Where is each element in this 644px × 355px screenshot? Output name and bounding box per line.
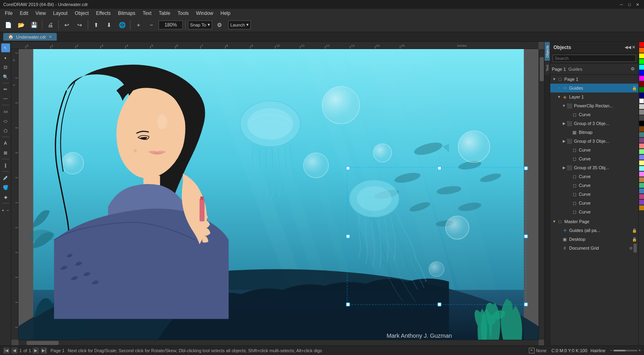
menu-edit[interactable]: Edit (17, 10, 31, 17)
new-button[interactable]: 📄 (2, 19, 14, 31)
menu-bitmaps[interactable]: Bitmaps (115, 10, 138, 17)
side-tab-text[interactable]: Text (545, 61, 550, 75)
minus-button[interactable]: − (6, 206, 10, 215)
palette-color-red[interactable] (639, 42, 644, 47)
tree-curve1[interactable]: ◻ Curve (550, 110, 638, 119)
palette-color-lightgreen[interactable] (639, 149, 644, 154)
menu-file[interactable]: File (2, 10, 16, 17)
palette-color-lightyellow[interactable] (639, 160, 644, 165)
crop-tool[interactable]: ⊡ (1, 63, 10, 72)
menu-layout[interactable]: Layout (50, 10, 71, 17)
objects-search-input[interactable] (553, 55, 636, 62)
parallel-tool[interactable]: ∥ (1, 161, 10, 170)
table-tool[interactable]: ⊞ (1, 148, 10, 157)
tree-powerclip[interactable]: ▼ ⬛ PowerClip Rectan... (550, 101, 638, 110)
tree-layer1[interactable]: ▼ ◈ Layer 1 (550, 92, 638, 101)
palette-color-purple[interactable] (639, 138, 644, 143)
menu-table[interactable]: Table (155, 10, 173, 17)
zoom-in-button[interactable]: + (133, 19, 144, 31)
freehand-tool[interactable]: ✏ (1, 85, 10, 94)
menu-help[interactable]: Help (217, 10, 234, 17)
vertical-scrollbar[interactable] (539, 49, 544, 340)
zoom-increase-icon[interactable]: + (638, 348, 641, 353)
palette-color-lightgray[interactable] (639, 104, 644, 109)
palette-color-darkred[interactable] (639, 82, 644, 86)
close-button[interactable]: ✕ (634, 1, 641, 8)
save-button[interactable]: 💾 (28, 19, 39, 31)
tab-close-button[interactable]: ✕ (49, 35, 52, 39)
export-button[interactable]: ⬇ (103, 19, 115, 31)
canvas-content[interactable]: Mark Anthony J. Guzman (19, 49, 539, 340)
eyedropper-tool[interactable]: 💉 (1, 173, 10, 182)
tree-guides[interactable]: + ✛ Guides 🔒 (550, 84, 638, 92)
zoom-level-input[interactable] (159, 21, 183, 29)
palette-color-cyan[interactable] (639, 65, 644, 70)
palette-color-mint[interactable] (639, 183, 644, 188)
palette-color-gray[interactable] (639, 110, 644, 115)
redo-button[interactable]: ↪ (74, 19, 85, 31)
palette-color-white[interactable] (639, 98, 644, 103)
next-page-button[interactable]: ▶ (33, 347, 39, 354)
palette-color-violet[interactable] (639, 200, 644, 205)
palette-color-green[interactable] (639, 59, 644, 64)
print-button[interactable]: 🖨 (45, 19, 56, 31)
panel-expand-button[interactable]: ◀◀ (625, 45, 631, 49)
tree-desktop[interactable]: ▣ Desktop 🔒 (550, 235, 638, 244)
zoom-tool[interactable]: 🔍 (1, 72, 10, 81)
palette-color-black[interactable] (639, 121, 644, 126)
palette-color-darkblue[interactable] (639, 93, 644, 98)
palette-color-skyblue[interactable] (639, 189, 644, 193)
snap-to-dropdown[interactable]: Snap To ▾ (188, 21, 212, 29)
palette-color-gold[interactable] (639, 205, 644, 210)
menu-view[interactable]: View (32, 10, 49, 17)
menu-window[interactable]: Window (193, 10, 217, 17)
tree-curve8[interactable]: ◻ Curve (550, 207, 638, 216)
tree-curve3[interactable]: ◻ Curve (550, 154, 638, 163)
palette-color-teal[interactable] (639, 132, 644, 137)
palette-color-rose[interactable] (639, 194, 644, 199)
tree-docgrid[interactable]: # Document Grid ⚙ (550, 244, 638, 252)
panel-close-button[interactable]: ✕ (632, 45, 635, 49)
tree-masterpage[interactable]: ▼ □ Master Page (550, 217, 638, 226)
palette-color-lightred[interactable] (639, 144, 644, 148)
tree-curve2[interactable]: ◻ Curve (550, 146, 638, 154)
palette-color-yellow[interactable] (639, 53, 644, 58)
tree-curve7[interactable]: ◻ Curve (550, 199, 638, 207)
tree-bitmap[interactable]: ▦ Bitmap (550, 128, 638, 137)
fill-tool[interactable]: 🪣 (1, 183, 10, 192)
maximize-button[interactable]: □ (626, 1, 633, 8)
palette-color-lightcyan[interactable] (639, 166, 644, 171)
palette-color-orange[interactable] (639, 48, 644, 53)
zoom-out-button[interactable]: − (146, 19, 157, 31)
horizontal-scrollbar[interactable] (19, 340, 539, 345)
document-tab[interactable]: 🏠 Underwater.cdr ✕ (3, 33, 57, 41)
side-tab-objects[interactable]: Objects (545, 42, 550, 61)
minimize-button[interactable]: ─ (618, 1, 625, 8)
menu-text[interactable]: Text (139, 10, 155, 17)
plus-button[interactable]: + (1, 206, 5, 215)
tree-group3obj2[interactable]: ▶ ⬛ Group of 3 Obje... (550, 137, 638, 146)
selector-tool[interactable]: ↖ (1, 43, 10, 52)
tree-page1[interactable]: ▼ □ Page 1 (550, 75, 638, 84)
palette-color-magenta[interactable] (639, 76, 644, 81)
tree-group3obj1[interactable]: ▶ ⬛ Group of 3 Obje... (550, 119, 638, 128)
import-button[interactable]: ⬆ (91, 19, 102, 31)
menu-object[interactable]: Object (72, 10, 92, 17)
menu-tools[interactable]: Tools (174, 10, 192, 17)
launch-dropdown[interactable]: Launch ▾ (228, 21, 251, 29)
palette-color-lightblue[interactable] (639, 155, 644, 160)
palette-color-lightmagenta[interactable] (639, 172, 644, 176)
undo-button[interactable]: ↩ (61, 19, 72, 31)
smart-draw-tool[interactable]: 〰 (1, 94, 10, 103)
options-button[interactable]: ⚙ (214, 19, 225, 31)
rect-tool[interactable]: ▭ (1, 107, 10, 116)
palette-color-tan[interactable] (639, 177, 644, 182)
node-tool[interactable]: ⬧ (1, 53, 10, 62)
palette-color-darkgreen[interactable] (639, 87, 644, 92)
open-button[interactable]: 📂 (15, 19, 27, 31)
tree-curve4[interactable]: ◻ Curve (550, 172, 638, 181)
tree-curve6[interactable]: ◻ Curve (550, 190, 638, 199)
interactive-tool[interactable]: ◈ (1, 193, 10, 201)
polygon-tool[interactable]: ⬡ (1, 126, 10, 135)
prev-page-button[interactable]: ◀ (11, 347, 18, 354)
